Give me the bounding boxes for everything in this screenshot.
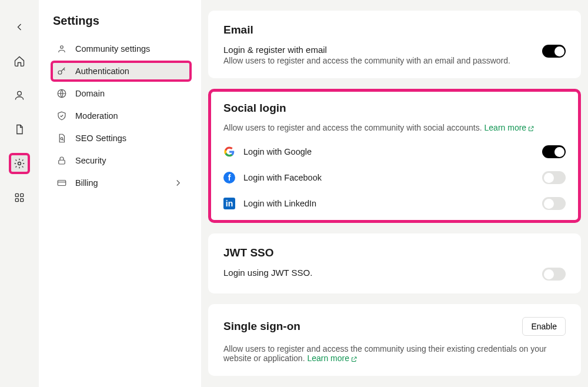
user-icon[interactable] — [9, 85, 30, 106]
back-icon[interactable] — [9, 16, 30, 38]
social-heading: Social login — [223, 102, 566, 115]
sso-learn-more-link[interactable]: Learn more — [307, 353, 358, 363]
svg-rect-5 — [21, 199, 24, 202]
email-card: Email Login & register with email Allow … — [208, 11, 581, 78]
svg-point-6 — [61, 46, 64, 49]
svg-rect-11 — [58, 181, 66, 186]
svg-point-7 — [58, 71, 62, 74]
svg-rect-2 — [15, 194, 18, 196]
chevron-right-icon — [173, 178, 183, 188]
email-desc: Allow users to register and access the c… — [223, 56, 536, 65]
home-icon[interactable] — [9, 51, 30, 72]
facebook-label: Login with Facebook — [243, 173, 534, 182]
sidebar-item-label: Domain — [75, 89, 105, 98]
jwt-card: JWT SSO Login using JWT SSO. — [208, 233, 581, 293]
sidebar-item-security[interactable]: Security — [51, 150, 192, 171]
google-icon — [223, 146, 235, 158]
svg-point-0 — [18, 91, 22, 95]
email-title: Login & register with email — [223, 45, 536, 55]
social-learn-more-link[interactable]: Learn more — [485, 123, 535, 132]
social-linkedin-row: in Login with LinkedIn — [223, 197, 566, 210]
jwt-desc: Login using JWT SSO. — [223, 268, 536, 278]
facebook-toggle[interactable] — [542, 171, 566, 184]
email-toggle[interactable] — [542, 45, 566, 58]
linkedin-icon: in — [223, 198, 235, 209]
sidebar-item-community[interactable]: Community settings — [51, 38, 192, 59]
sidebar-item-label: Moderation — [75, 111, 118, 121]
social-login-card: Social login Allow users to register and… — [208, 89, 581, 223]
settings-icon[interactable] — [9, 153, 30, 174]
sidebar-item-billing[interactable]: Billing — [51, 172, 192, 194]
main-content: Email Login & register with email Allow … — [201, 0, 588, 387]
svg-rect-10 — [59, 160, 65, 164]
icon-rail — [0, 0, 39, 387]
sso-card: Single sign-on Enable Allow users to reg… — [208, 304, 581, 376]
jwt-toggle[interactable] — [542, 268, 566, 281]
google-toggle[interactable] — [542, 145, 566, 158]
facebook-icon: f — [223, 172, 235, 184]
email-heading: Email — [223, 24, 566, 36]
sidebar-item-domain[interactable]: Domain — [51, 83, 192, 104]
sso-enable-button[interactable]: Enable — [522, 317, 566, 336]
svg-point-1 — [18, 162, 21, 165]
sidebar-item-label: Security — [75, 156, 106, 165]
sidebar-item-label: Billing — [75, 178, 98, 188]
social-desc: Allow users to register and access the c… — [223, 123, 566, 132]
document-icon[interactable] — [9, 119, 30, 140]
social-facebook-row: f Login with Facebook — [223, 171, 566, 184]
sidebar-item-label: Community settings — [75, 44, 150, 54]
svg-rect-3 — [21, 194, 24, 196]
google-label: Login with Google — [243, 147, 534, 156]
sidebar-item-moderation[interactable]: Moderation — [51, 105, 192, 126]
settings-sidebar: Settings Community settings Authenticati… — [39, 0, 201, 387]
sidebar-item-label: Authentication — [75, 66, 129, 76]
external-link-icon — [350, 355, 358, 362]
svg-point-9 — [61, 138, 63, 140]
sidebar-item-label: SEO Settings — [75, 134, 126, 143]
linkedin-toggle[interactable] — [542, 197, 566, 210]
svg-rect-4 — [15, 199, 18, 202]
sidebar-item-seo[interactable]: SEO Settings — [51, 128, 192, 149]
linkedin-label: Login with LinkedIn — [243, 199, 534, 208]
jwt-heading: JWT SSO — [223, 246, 566, 259]
apps-icon[interactable] — [9, 187, 30, 208]
sidebar-title: Settings — [51, 14, 201, 28]
social-google-row: Login with Google — [223, 145, 566, 158]
sidebar-item-authentication[interactable]: Authentication — [51, 61, 192, 82]
external-link-icon — [527, 125, 534, 132]
sso-heading: Single sign-on — [223, 320, 300, 333]
sso-desc: Allow users to register and access the c… — [223, 344, 566, 363]
